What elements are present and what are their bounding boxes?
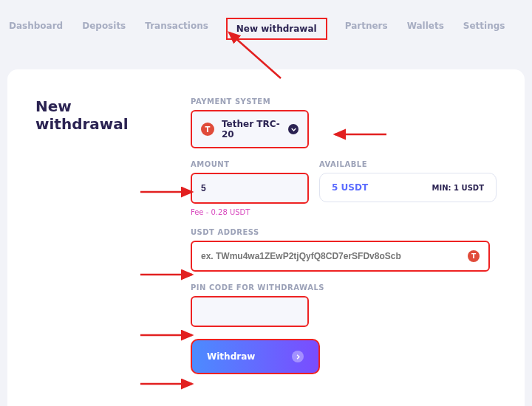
available-box: 5 USDT MIN: 1 USDT [319,173,497,202]
arrow-right-icon [292,351,304,362]
amount-field: AMOUNT Fee - 0.28 USDT [191,160,309,216]
payment-system-select[interactable]: T Tether TRC-20 [191,110,309,148]
amount-input[interactable] [191,173,309,204]
payment-system-value: Tether TRC-20 [222,119,281,140]
nav-transactions[interactable]: Transactions [143,18,210,40]
available-label: AVAILABLE [319,160,497,168]
amount-label: AMOUNT [191,160,309,168]
available-field: AVAILABLE 5 USDT MIN: 1 USDT [319,160,497,202]
payment-system-field: PAYMENT SYSTEM T Tether TRC-20 [191,97,497,148]
tether-icon: T [201,123,214,136]
pin-label: PIN CODE FOR WITHDRAWALS [191,283,497,292]
withdraw-button[interactable]: Withdraw [191,339,320,374]
nav-deposits[interactable]: Deposits [81,18,127,40]
nav-settings[interactable]: Settings [462,18,507,40]
withdrawal-card: New withdrawal PAYMENT SYSTEM T Tether T… [7,69,525,406]
nav-dashboard[interactable]: Dashboard [7,18,64,40]
nav-partners[interactable]: Partners [344,18,389,40]
address-field: USDT ADDRESS T [191,228,497,272]
page-title: New withdrawal [35,97,146,402]
tether-icon: T [468,250,480,262]
pin-input[interactable] [191,296,309,327]
withdraw-button-label: Withdraw [207,351,255,362]
pin-field: PIN CODE FOR WITHDRAWALS [191,283,497,327]
fee-text: Fee - 0.28 USDT [191,208,309,216]
payment-system-label: PAYMENT SYSTEM [191,97,497,106]
nav-wallets[interactable]: Wallets [406,18,446,40]
address-input[interactable] [191,241,490,272]
minimum-text: MIN: 1 USDT [432,184,484,192]
nav-new-withdrawal[interactable]: New withdrawal [226,18,327,40]
withdrawal-form: PAYMENT SYSTEM T Tether TRC-20 AMOUNT Fe… [191,97,497,402]
top-nav: Dashboard Deposits Transactions New with… [0,0,532,53]
chevron-down-icon [288,124,299,134]
available-value: 5 USDT [332,182,368,193]
address-label: USDT ADDRESS [191,228,497,236]
